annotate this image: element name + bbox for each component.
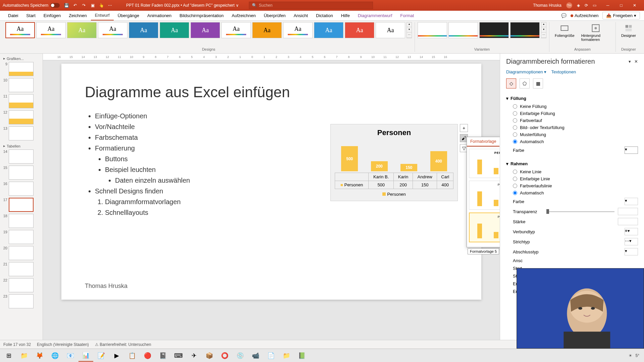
slide-thumb[interactable] <box>9 246 34 260</box>
fill-auto-radio[interactable] <box>513 139 517 144</box>
theme-thumb[interactable]: Aa <box>345 22 374 38</box>
start-button[interactable]: ⊞ <box>1 350 16 362</box>
undo-icon[interactable]: ↶ <box>72 3 78 8</box>
slide-thumb[interactable] <box>9 126 34 140</box>
slide-thumb[interactable] <box>9 294 34 308</box>
taskbar-vlc[interactable]: ▶ <box>109 350 124 362</box>
theme-thumb[interactable]: Aa <box>314 22 343 38</box>
taskbar-zoom[interactable]: 📹 <box>248 350 263 362</box>
width-input[interactable] <box>618 218 638 225</box>
fill-pattern-radio[interactable] <box>513 132 517 137</box>
share-button[interactable]: 📤 Freigeben ▾ <box>602 12 640 19</box>
chart-elements-button[interactable]: + <box>460 124 468 132</box>
taskbar-powerpoint[interactable]: 📊 <box>78 350 93 362</box>
theme-thumb[interactable]: Aa <box>36 22 66 38</box>
tab-hilfe[interactable]: Hilfe <box>337 11 354 20</box>
variants-more-button[interactable]: ▴▾⋯ <box>541 22 546 38</box>
maximize-button[interactable]: □ <box>614 0 628 11</box>
taskbar-explorer[interactable]: 📁 <box>17 350 32 362</box>
taskbar-app[interactable]: 💿 <box>233 350 248 362</box>
slide-thumb[interactable] <box>9 182 34 196</box>
tab-datei[interactable]: Datei <box>4 11 22 20</box>
taskbar-app[interactable]: 📋 <box>125 350 140 362</box>
variant-thumb[interactable] <box>510 22 540 38</box>
save-icon[interactable]: 💾 <box>64 3 69 8</box>
theme-thumb[interactable]: Aa <box>160 22 189 38</box>
transparency-slider[interactable] <box>546 211 614 212</box>
taskbar-chrome[interactable]: 🌐 <box>48 350 62 362</box>
slide-thumb[interactable] <box>9 149 34 164</box>
pane-subtab-text[interactable]: Textoptionen <box>551 69 576 74</box>
chart-style-option[interactable]: PERSONEN <box>469 149 500 178</box>
compound-dropdown[interactable]: ≡▾ <box>625 228 638 235</box>
chart-style-option[interactable]: Personen <box>469 181 500 210</box>
taskbar-outlook[interactable]: 📧 <box>63 350 78 362</box>
slide-thumb[interactable] <box>9 78 34 92</box>
slide-thumb[interactable] <box>9 198 34 212</box>
size-icon[interactable]: ▦ <box>533 78 543 88</box>
variant-thumb[interactable] <box>448 22 478 38</box>
taskbar-app[interactable]: 📄 <box>264 350 278 362</box>
slide-counter[interactable]: Folie 17 von 32 <box>3 342 31 347</box>
chart-style-option[interactable]: Personen ↖ <box>469 213 500 242</box>
fill-line-icon[interactable]: ◇ <box>506 78 516 88</box>
tab-ansicht[interactable]: Ansicht <box>289 11 312 20</box>
slide-thumb[interactable] <box>9 278 34 292</box>
theme-thumb[interactable]: Aa <box>5 22 35 38</box>
theme-thumb[interactable]: Aa <box>98 22 127 38</box>
fill-picture-radio[interactable] <box>513 125 517 130</box>
pane-subtab-chart[interactable]: Diagrammoptionen ▾ <box>506 69 546 74</box>
border-section-header[interactable]: ▾ Rahmen <box>506 159 638 168</box>
variant-thumb[interactable] <box>479 22 509 38</box>
pane-close-icon[interactable]: ✕ <box>634 59 638 64</box>
fill-none-radio[interactable] <box>513 104 517 109</box>
slide-thumb[interactable] <box>9 166 34 180</box>
border-auto-radio[interactable] <box>513 191 517 195</box>
taskbar-obs[interactable]: ⭕ <box>217 350 232 362</box>
slide-editor[interactable]: 1615141312111098765432101234567891011121… <box>43 54 500 340</box>
tab-einfuegen[interactable]: Einfügen <box>40 11 65 20</box>
slide-thumb[interactable] <box>9 230 34 244</box>
slide-canvas[interactable]: Diagramme aus Excel einfügen Einfüge-Opt… <box>61 64 481 300</box>
taskbar-app[interactable]: 🔴 <box>140 350 155 362</box>
tab-ueberpruefen[interactable]: Überprüfen <box>260 11 289 20</box>
slide-thumb[interactable] <box>9 214 34 228</box>
autosave-toggle[interactable]: Automatisches Speichern <box>3 3 60 8</box>
avatar[interactable]: TH <box>566 2 572 8</box>
taskbar-app[interactable]: 📝 <box>94 350 109 362</box>
close-button[interactable]: ✕ <box>628 0 641 11</box>
designer-button[interactable]: Designer <box>619 22 639 39</box>
slide-size-button[interactable]: Foliengröße <box>552 22 577 43</box>
theme-thumb[interactable]: Aa <box>283 22 313 38</box>
accessibility-indicator[interactable]: ⚠ Barrierefreiheit: Untersuchen <box>95 342 151 347</box>
theme-thumb[interactable]: Aa <box>191 22 220 38</box>
border-gradient-radio[interactable] <box>513 184 517 188</box>
taskbar-app[interactable]: 📦 <box>202 350 217 362</box>
touch-icon[interactable]: 👆 <box>99 3 104 8</box>
comments-icon[interactable]: 💬 <box>561 13 567 18</box>
fill-solid-radio[interactable] <box>513 111 517 116</box>
window-icon[interactable]: ▭ <box>593 3 596 8</box>
search-box[interactable]: 🔍 Suchen <box>249 2 373 9</box>
section-header[interactable]: ▸ Grafiken... <box>1 55 41 62</box>
start-icon[interactable]: ▣ <box>90 3 95 8</box>
dash-dropdown[interactable]: ⋯▾ <box>625 238 638 245</box>
slide-thumb[interactable] <box>9 262 34 276</box>
theme-thumb[interactable]: Aa <box>129 22 158 38</box>
fill-section-header[interactable]: ▾ Füllung <box>506 94 638 103</box>
fill-color-dropdown[interactable]: ▾ <box>625 146 638 154</box>
slide-thumb[interactable] <box>9 110 34 124</box>
taskbar-telegram[interactable]: ✈ <box>186 350 201 362</box>
minimize-button[interactable]: ─ <box>601 0 614 11</box>
theme-thumb[interactable]: Aa <box>221 22 251 38</box>
border-none-radio[interactable] <box>513 170 517 174</box>
pane-dropdown-icon[interactable]: ▾ <box>629 59 631 64</box>
tab-bildschirm[interactable]: Bildschirmpräsentation <box>175 11 228 20</box>
variant-thumb[interactable] <box>418 22 447 38</box>
tab-aufzeichnen[interactable]: Aufzeichnen <box>228 11 260 20</box>
tab-uebergaenge[interactable]: Übergänge <box>114 11 143 20</box>
tab-diagrammentwurf[interactable]: Diagrammentwurf <box>354 11 396 20</box>
system-tray[interactable]: ☀ 5° <box>629 353 643 358</box>
tab-animationen[interactable]: Animationen <box>143 11 175 20</box>
popup-tab-style[interactable]: Formatvorlage <box>467 137 499 146</box>
